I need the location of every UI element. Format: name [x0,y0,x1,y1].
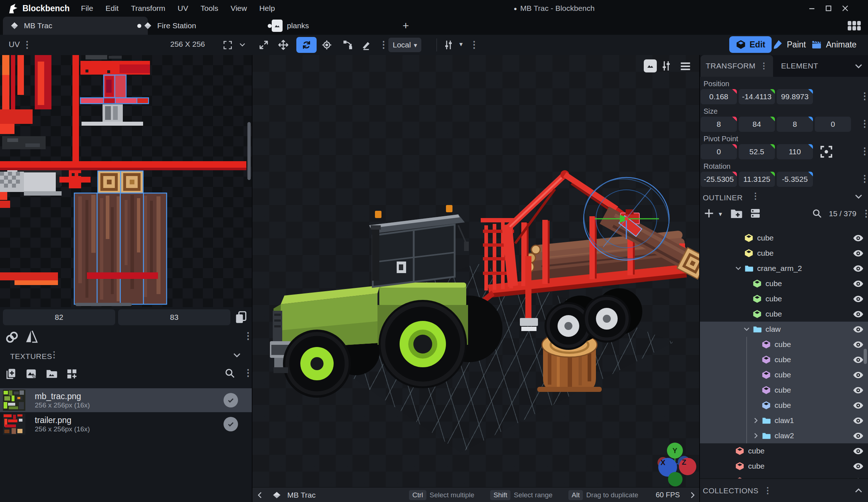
size-menu[interactable] [860,119,868,128]
uv-y-input[interactable]: 83 [118,309,230,325]
pivot-menu[interactable] [860,146,868,156]
pivot-x-input[interactable]: 0 [701,144,737,159]
uv-panel-menu[interactable] [22,40,32,49]
outliner-scrollbar[interactable] [864,349,867,364]
uv-editor-canvas[interactable] [0,55,252,307]
import-texture-icon[interactable] [23,366,39,382]
texture-enabled-check-icon[interactable] [224,417,238,431]
outliner-group-claw1[interactable]: claw1 [700,413,868,428]
textures-menu[interactable] [50,351,58,359]
viewport-menu-icon[interactable] [679,60,692,72]
visibility-eye-icon[interactable] [853,463,864,470]
outliner-toggles-icon[interactable] [749,207,761,219]
new-tab-button[interactable]: + [396,17,416,35]
pivot-z-input[interactable]: 110 [777,144,813,159]
rotate-tool-icon[interactable] [296,37,317,53]
visibility-eye-icon[interactable] [853,326,864,333]
outliner-item-cube[interactable]: cube [700,352,868,367]
position-menu[interactable] [860,91,868,101]
prev-tab-icon[interactable] [256,491,264,499]
chevron-right-icon[interactable] [752,432,760,440]
textures-collapse-icon[interactable] [232,350,242,360]
tab-transform[interactable]: TRANSFORM [701,55,773,77]
visibility-eye-icon[interactable] [853,371,864,379]
sliders-dropdown-icon[interactable] [459,40,463,48]
transform-menu[interactable] [760,62,768,70]
size-x-input[interactable]: 8 [701,117,737,132]
add-cube-icon[interactable] [703,207,715,219]
texture-search-icon[interactable] [224,367,235,379]
size-z-input[interactable]: 8 [777,117,813,132]
resize-tool-icon[interactable] [256,37,272,53]
position-x-input[interactable]: 0.168 [701,89,737,104]
visibility-eye-icon[interactable] [853,295,864,303]
visibility-eye-icon[interactable] [853,234,864,242]
mode-paint-button[interactable]: Paint [772,36,806,53]
visibility-eye-icon[interactable] [853,280,864,288]
uv-mirror-icon[interactable] [24,329,39,344]
outliner-search-icon[interactable] [811,208,822,219]
rotation-y-input[interactable]: 11.3125 [739,172,775,187]
background-image-icon[interactable] [644,59,657,72]
texture-item-trailer[interactable]: trailer.png 256 x 256px (16x) [0,412,252,436]
outliner-group-claw[interactable]: claw [700,322,868,337]
next-tab-icon[interactable] [688,491,696,499]
uv-vertical-scrollbar[interactable] [247,122,251,180]
uv-horizontal-scrollbar[interactable] [75,303,132,306]
outliner-collapse-icon[interactable] [854,191,864,201]
focus-pivot-icon[interactable] [819,145,833,159]
outliner-item-cube[interactable]: cube [700,291,868,306]
pivot-y-input[interactable]: 52.5 [739,144,775,159]
outliner-item-cube[interactable]: cube [700,382,868,398]
rotation-x-input[interactable]: -25.5305 [701,172,737,187]
menu-edit[interactable]: Edit [99,0,125,17]
chevron-down-icon[interactable] [743,325,751,333]
visibility-eye-icon[interactable] [853,356,864,364]
outliner-group-crane-arm-2[interactable]: crane_arm_2 [700,261,868,276]
outliner-item-cube[interactable]: cube [700,230,868,246]
menu-tools[interactable]: Tools [195,0,225,17]
close-button[interactable] [837,0,854,17]
vertex-snap-tool-icon[interactable] [340,37,356,53]
copy-uv-icon[interactable] [234,310,248,324]
rotation-menu[interactable] [860,174,868,183]
tab-mb-trac[interactable]: MB Trac [3,17,148,35]
menu-help[interactable]: Help [253,0,281,17]
collections-expand-icon[interactable] [854,486,864,496]
mode-edit-button[interactable]: Edit [729,36,772,53]
viewport-sliders-icon[interactable] [660,60,672,72]
menu-file[interactable]: File [75,0,99,17]
maximize-button[interactable] [820,0,837,17]
collections-menu[interactable] [764,486,772,495]
outliner-item-cube[interactable]: cube [700,443,868,459]
chevron-down-icon[interactable] [734,264,742,272]
position-z-input[interactable]: 99.8973 [777,89,813,104]
visibility-eye-icon[interactable] [853,402,864,409]
uv-more-menu[interactable] [243,331,253,340]
sliders-icon[interactable] [441,37,456,53]
create-texture-icon[interactable] [3,366,19,382]
frame-view-dropdown-icon[interactable] [238,41,246,49]
visibility-eye-icon[interactable] [853,310,864,318]
visibility-eye-icon[interactable] [853,265,864,272]
visibility-eye-icon[interactable] [853,447,864,455]
3d-viewport[interactable]: X Z Y [253,55,699,487]
rotation-z-input[interactable]: -5.3525 [777,172,813,187]
chevron-right-icon[interactable] [752,417,760,424]
minimize-button[interactable] [804,0,820,17]
uv-x-input[interactable]: 82 [3,309,115,325]
add-group-icon[interactable] [730,207,743,220]
import-folder-icon[interactable] [43,366,59,382]
tab-fire-station[interactable]: Fire Station [136,17,278,35]
position-y-input[interactable]: -14.4113 [739,89,775,104]
visibility-eye-icon[interactable] [853,386,864,394]
frame-view-icon[interactable] [220,37,235,53]
menu-view[interactable]: View [225,0,253,17]
outliner-item-cube[interactable]: cube [700,398,868,413]
texture-more-menu[interactable] [243,368,253,377]
outliner-item-cube[interactable]: cube [700,337,868,352]
outliner-item-cube[interactable]: cube [700,367,868,382]
outliner-item-cube[interactable]: cube [700,306,868,322]
visibility-eye-icon[interactable] [853,417,864,424]
texture-item-mb-trac[interactable]: mb_trac.png 256 x 256px (16x) [0,388,252,412]
